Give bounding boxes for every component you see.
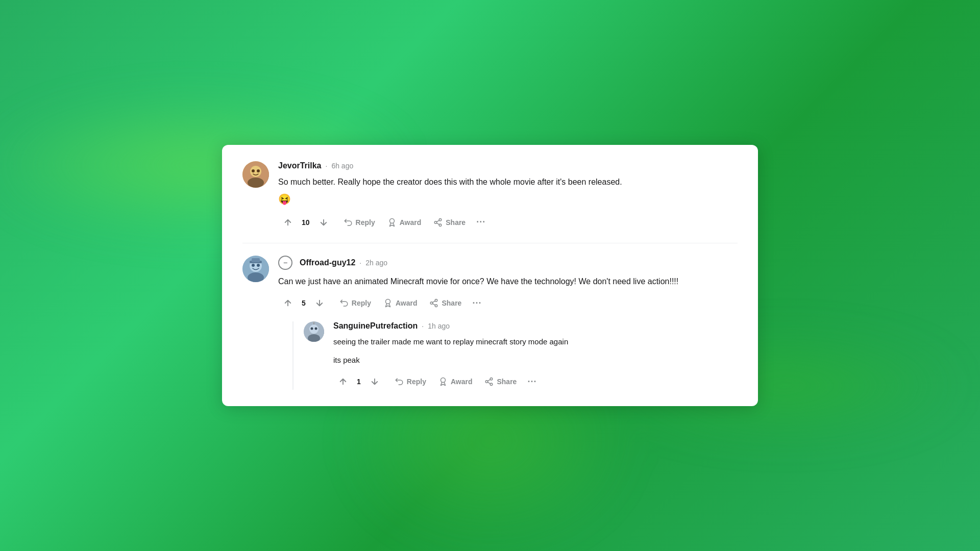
svg-point-25: [309, 324, 318, 334]
more-options-button[interactable]: ···: [524, 373, 540, 390]
reply-icon: [395, 377, 404, 386]
downvote-icon: [370, 377, 379, 386]
downvote-icon: [319, 218, 328, 227]
vote-count: 5: [301, 299, 307, 307]
svg-point-27: [311, 328, 313, 330]
reply-username: SanguinePutrefaction: [333, 321, 418, 331]
svg-line-10: [437, 220, 439, 221]
downvote-button[interactable]: [365, 374, 384, 389]
svg-point-31: [440, 378, 445, 383]
avatar: [242, 256, 269, 282]
share-button[interactable]: Share: [424, 295, 467, 311]
upvote-button[interactable]: [278, 295, 298, 311]
reply-icon: [339, 298, 349, 308]
award-icon: [387, 218, 397, 227]
downvote-icon: [315, 298, 324, 308]
svg-point-15: [257, 264, 260, 267]
username: JevorTrilka: [278, 161, 322, 170]
award-button[interactable]: Award: [433, 374, 478, 389]
reply-button[interactable]: Reply: [334, 295, 376, 311]
vote-count: 1: [356, 378, 362, 386]
svg-line-22: [433, 304, 435, 305]
downvote-button[interactable]: [314, 215, 333, 230]
reply-body: SanguinePutrefaction · 1h ago seeing the…: [333, 321, 738, 390]
avatar: [304, 321, 324, 342]
svg-line-9: [437, 223, 439, 224]
upvote-icon: [283, 298, 292, 308]
award-icon: [383, 298, 393, 308]
comment-header: − Offroad-guy12 · 2h ago: [278, 256, 738, 270]
comment-actions: 5 Reply: [278, 295, 738, 311]
downvote-button[interactable]: [310, 295, 329, 311]
comment-item: − Offroad-guy12 · 2h ago Can we just hav…: [242, 256, 738, 390]
reply-actions: 1 Reply: [333, 373, 738, 390]
username: Offroad-guy12: [300, 258, 355, 267]
timestamp: 6h ago: [331, 162, 353, 170]
svg-line-35: [488, 382, 491, 384]
more-options-button[interactable]: ···: [473, 214, 489, 231]
comment-divider: [242, 243, 738, 243]
svg-point-5: [389, 218, 394, 223]
collapse-button[interactable]: −: [278, 256, 292, 270]
svg-point-3: [252, 169, 255, 172]
svg-point-4: [257, 169, 260, 172]
reply-header: SanguinePutrefaction · 1h ago: [333, 321, 738, 331]
comment-body: − Offroad-guy12 · 2h ago Can we just hav…: [278, 256, 738, 390]
reply-button[interactable]: Reply: [338, 215, 380, 230]
upvote-button[interactable]: [278, 215, 298, 230]
comment-section: JevorTrilka · 6h ago So much better. Rea…: [222, 145, 758, 406]
svg-point-2: [248, 178, 264, 188]
share-icon: [433, 218, 443, 227]
comment-text: Can we just have an animated Minecraft m…: [278, 275, 738, 288]
reply-timestamp: 1h ago: [428, 322, 450, 330]
vote-group: 5: [278, 295, 329, 311]
vote-count: 10: [301, 218, 311, 227]
comment-header: JevorTrilka · 6h ago: [278, 161, 738, 170]
upvote-icon: [283, 218, 292, 227]
comment-body: JevorTrilka · 6h ago So much better. Rea…: [278, 161, 738, 231]
svg-line-36: [488, 380, 491, 381]
award-button[interactable]: Award: [382, 215, 427, 230]
svg-point-28: [315, 328, 317, 330]
vote-group: 1: [333, 374, 384, 389]
svg-rect-17: [252, 258, 260, 262]
avatar: [242, 161, 269, 188]
svg-line-23: [433, 301, 435, 303]
svg-point-30: [313, 322, 315, 323]
comment-item: JevorTrilka · 6h ago So much better. Rea…: [242, 161, 738, 231]
share-button[interactable]: Share: [428, 215, 471, 230]
award-icon: [438, 377, 448, 386]
vote-group: 10: [278, 215, 333, 230]
svg-point-18: [385, 299, 390, 304]
nested-reply-section: SanguinePutrefaction · 1h ago seeing the…: [292, 321, 738, 390]
reply-text: seeing the trailer made me want to repla…: [333, 336, 738, 366]
timestamp: 2h ago: [365, 259, 387, 267]
share-icon: [484, 377, 494, 386]
comment-actions: 10 Reply: [278, 214, 738, 231]
share-icon: [429, 298, 438, 308]
share-button[interactable]: Share: [479, 374, 522, 389]
reply-icon: [344, 218, 353, 227]
comment-text: So much better. Really hope the creator …: [278, 176, 738, 207]
upvote-button[interactable]: [333, 374, 353, 389]
upvote-icon: [338, 377, 348, 386]
svg-point-14: [252, 264, 255, 267]
award-button[interactable]: Award: [378, 295, 423, 311]
more-options-button[interactable]: ···: [469, 295, 485, 311]
reply-button[interactable]: Reply: [389, 374, 431, 389]
reply-item: SanguinePutrefaction · 1h ago seeing the…: [304, 321, 738, 390]
